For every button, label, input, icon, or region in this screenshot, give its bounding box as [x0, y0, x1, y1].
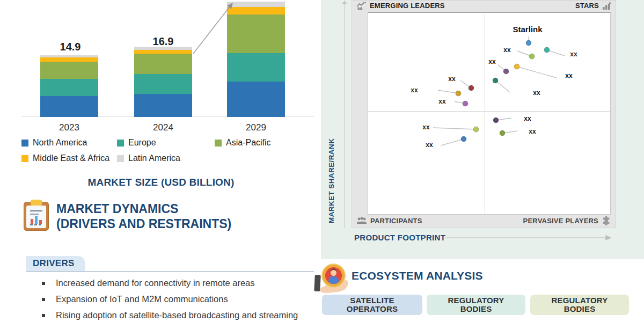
scatter-point — [463, 101, 468, 106]
bar-chart-title: MARKET SIZE (USD BILLION) — [0, 177, 322, 188]
clipboard-mini-bar — [31, 219, 33, 224]
bar-segment-latin-america — [227, 2, 285, 7]
x-axis-label: PRODUCT FOOTPRINT — [354, 233, 445, 242]
quadrant-bottom-left: PARTICIPANTS — [356, 217, 422, 225]
clipboard-paper — [26, 206, 46, 228]
ecosystem-box-line2: OPERATORS — [347, 305, 398, 313]
point-label: xx — [426, 141, 433, 149]
legend-label: Europe — [128, 138, 156, 148]
legend-swatch — [21, 140, 28, 147]
legend-item: Europe — [117, 138, 156, 148]
scatter-point — [500, 130, 505, 136]
person-avatar — [325, 267, 342, 284]
ecosystem-box-regulatory-bodies: REGULATORYBODIES — [427, 295, 525, 315]
clipboard-dash — [30, 224, 33, 225]
ecosystem-box-line1: SATELLITE — [350, 296, 394, 305]
bar-category-2023: 2023 — [35, 122, 104, 133]
growth-chart-icon — [356, 2, 367, 10]
legend-label: North America — [33, 138, 87, 148]
point-label: xx — [529, 128, 536, 135]
scatter-point — [493, 118, 499, 123]
quadrant-top-right: STARS — [575, 2, 611, 10]
driver-item: Rising adoption of satellite-based broad… — [41, 310, 314, 320]
point-label: xx — [448, 75, 456, 83]
clipboard-chart-icon — [24, 202, 49, 231]
legend-item: Middle East & Africa — [21, 153, 109, 163]
point-label: xx — [488, 58, 496, 65]
legend-swatch — [117, 155, 124, 162]
bar-segment-latin-america — [40, 55, 98, 58]
drivers-header-label: DRIVERS — [33, 258, 75, 269]
bar-segment-middle-east-africa — [227, 7, 285, 14]
scatter-point — [503, 69, 509, 74]
ecosystem-box-line2: BODIES — [564, 305, 596, 313]
scatter-point — [529, 54, 535, 59]
market-dynamics-heading-line2: (DRIVERS AND RESTRAINTS) — [56, 216, 231, 231]
legend-swatch — [117, 140, 124, 147]
bar-segment-europe — [40, 79, 98, 96]
clipboard-dash — [34, 224, 37, 225]
legend-swatch — [21, 155, 28, 162]
drivers-header: DRIVERS — [26, 256, 85, 271]
quadrant-top-left-label: EMERGING LEADERS — [370, 2, 445, 10]
quadrant-top-right-label: STARS — [575, 2, 599, 10]
scatter-point — [473, 127, 479, 132]
quadrant-plot-area: Starlinkxxxxxxxxxxxxxxxxxxxxxxxx — [368, 12, 611, 215]
bar-category-2029: 2029 — [222, 122, 290, 133]
avatar-body — [328, 276, 339, 284]
puzzle-icon — [602, 216, 611, 225]
legend-label: Middle East & Africa — [33, 153, 109, 163]
quadrant-header-row: EMERGING LEADERS STARS — [352, 0, 616, 11]
clipboard-line — [30, 214, 39, 215]
clipboard-mini-bar — [35, 216, 38, 224]
market-dynamics-heading: MARKET DYNAMICS (DRIVERS AND RESTRAINTS) — [56, 201, 231, 231]
point-label: xx — [565, 72, 573, 79]
bar-segment-asia-pacific — [134, 54, 192, 74]
ecosystem-box-regulatory-bodies: REGULATORYBODIES — [530, 295, 629, 315]
ecosystem-box-line1: REGULATORY — [448, 296, 504, 305]
driver-item: Increased demand for connectivity in rem… — [41, 278, 314, 288]
point-label: xx — [422, 123, 430, 131]
quadrant-bottom-right-label: PERVASIVE PLAYERS — [523, 217, 598, 225]
bar-total-2023: 14.9 — [36, 41, 105, 53]
scatter-point — [514, 64, 519, 69]
point-label: xx — [570, 50, 577, 58]
clipboard-mini-bar — [39, 220, 42, 224]
legend-label: Asia-Pacific — [226, 138, 271, 148]
y-axis-line — [344, 2, 345, 228]
legend-item: Latin America — [117, 153, 180, 163]
y-axis-arrowhead — [342, 1, 347, 4]
y-axis-label: MARKET SHARE/RANK — [327, 135, 335, 226]
quadrant-bottom-right: PERVASIVE PLAYERS — [523, 216, 611, 225]
bar-total-2024: 16.9 — [129, 35, 197, 48]
point-label: xx — [438, 98, 446, 105]
scatter-point-starlink — [526, 40, 531, 46]
quadrant-footer-row: PARTICIPANTS PERVASIVE PLAYERS — [352, 213, 616, 228]
star-bars-icon — [602, 2, 611, 10]
leader-line — [438, 90, 458, 93]
bar-segment-north-america — [227, 82, 285, 117]
people-icon — [356, 217, 367, 224]
bar-segment-asia-pacific — [227, 14, 285, 53]
stacked-bar-chart — [0, 0, 321, 117]
bar-segment-north-america — [40, 96, 98, 118]
legend-swatch — [215, 140, 222, 147]
scatter-point — [461, 136, 466, 142]
infographic-page: 14.9 16.9 2023 2024 2029 North AmericaEu… — [0, 0, 644, 322]
ecosystem-title: ECOSYSTEM ANALYSIS — [352, 269, 483, 282]
point-label: xx — [503, 46, 511, 54]
leader-line — [441, 139, 464, 145]
point-label: xx — [533, 89, 540, 97]
scatter-point — [544, 47, 550, 53]
leader-line — [433, 128, 476, 129]
clipboard-dash — [39, 224, 41, 225]
starlink-label: Starlink — [513, 25, 543, 34]
drivers-list: Increased demand for connectivity in rem… — [41, 278, 314, 322]
drivers-underline — [26, 271, 314, 272]
ecosystem-box-line2: BODIES — [460, 305, 492, 313]
scatter-point — [493, 78, 498, 83]
leader-line — [517, 67, 557, 78]
bar-segment-middle-east-africa — [40, 57, 98, 62]
legend-item: Asia-Pacific — [215, 138, 271, 148]
avatar-head — [331, 270, 336, 276]
